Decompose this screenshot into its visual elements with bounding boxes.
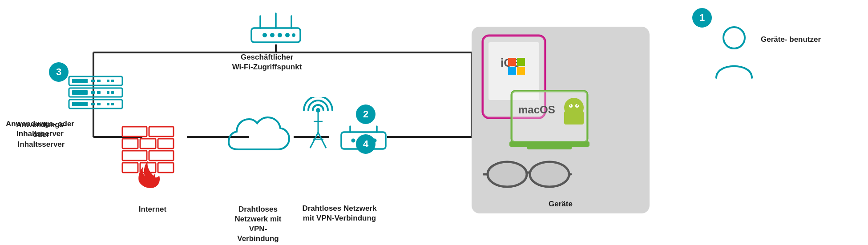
svg-point-83: [488, 162, 527, 187]
user-label: Geräte- benutzer: [761, 35, 832, 44]
svg-rect-41: [122, 151, 147, 161]
firewall-label: Internet: [124, 205, 182, 214]
svg-rect-19: [107, 91, 109, 94]
devices-box: iOS macOS: [472, 27, 650, 213]
svg-rect-23: [91, 103, 95, 105]
network-diagram: 3 Anwendungs- oder Inhaltsserve: [0, 0, 868, 245]
server-label: Anwendungs-oderInhaltsserver: [4, 120, 78, 149]
smart-glasses-icon: [483, 156, 572, 193]
svg-rect-25: [107, 103, 109, 105]
svg-rect-36: [122, 127, 147, 137]
svg-rect-42: [149, 151, 174, 161]
svg-point-31: [262, 33, 267, 37]
svg-point-34: [285, 33, 290, 37]
svg-rect-14: [111, 80, 114, 82]
svg-rect-11: [91, 80, 95, 82]
devices-label: Geräte: [472, 199, 650, 209]
svg-point-46: [316, 108, 320, 112]
svg-point-32: [270, 33, 275, 37]
svg-rect-45: [158, 163, 174, 173]
svg-point-85: [723, 27, 745, 48]
svg-rect-77: [527, 146, 572, 149]
svg-rect-16: [72, 90, 88, 95]
svg-rect-39: [140, 139, 156, 149]
internet-label: Drahtloses Netzwerk mit VPN-Verbindung: [231, 205, 285, 244]
svg-rect-37: [149, 127, 174, 137]
badge-2: 2: [356, 104, 375, 124]
svg-rect-40: [158, 139, 174, 149]
svg-rect-63: [508, 58, 516, 66]
svg-line-48: [310, 133, 318, 148]
badge-4: 4: [356, 134, 375, 154]
badge-1: 1: [692, 8, 712, 28]
internet-cloud-icon: [227, 115, 291, 163]
svg-rect-43: [122, 163, 138, 173]
svg-rect-22: [72, 102, 88, 106]
server-icon: [67, 76, 125, 113]
badge-3: 3: [49, 62, 69, 82]
user-icon: [712, 24, 756, 84]
svg-point-33: [278, 33, 282, 37]
svg-rect-38: [122, 139, 138, 149]
svg-rect-65: [508, 67, 516, 75]
svg-rect-13: [107, 80, 109, 82]
svg-point-55: [351, 139, 355, 143]
svg-text:macOS: macOS: [518, 104, 555, 116]
wifi-label: GeschäftlicherWi-Fi-Zugriffspunkt: [214, 52, 320, 72]
firewall-icon: [120, 125, 178, 191]
svg-point-84: [530, 162, 569, 187]
svg-rect-18: [97, 91, 101, 94]
svg-rect-17: [91, 91, 95, 94]
svg-point-35: [292, 33, 295, 37]
svg-rect-24: [97, 103, 101, 105]
svg-line-49: [318, 133, 326, 148]
svg-rect-20: [111, 91, 114, 94]
svg-rect-66: [517, 67, 525, 75]
svg-rect-12: [97, 80, 101, 82]
svg-rect-26: [111, 103, 114, 105]
svg-rect-71: [564, 111, 584, 125]
wireless-tower-icon: [300, 97, 336, 152]
svg-rect-10: [72, 79, 88, 83]
wireless-label: Drahtloses Netzwerkmit VPN-Verbindung: [288, 204, 391, 223]
macos-device: macOS: [507, 89, 596, 162]
svg-rect-64: [517, 58, 525, 66]
wifi-ap-icon: [236, 8, 316, 48]
